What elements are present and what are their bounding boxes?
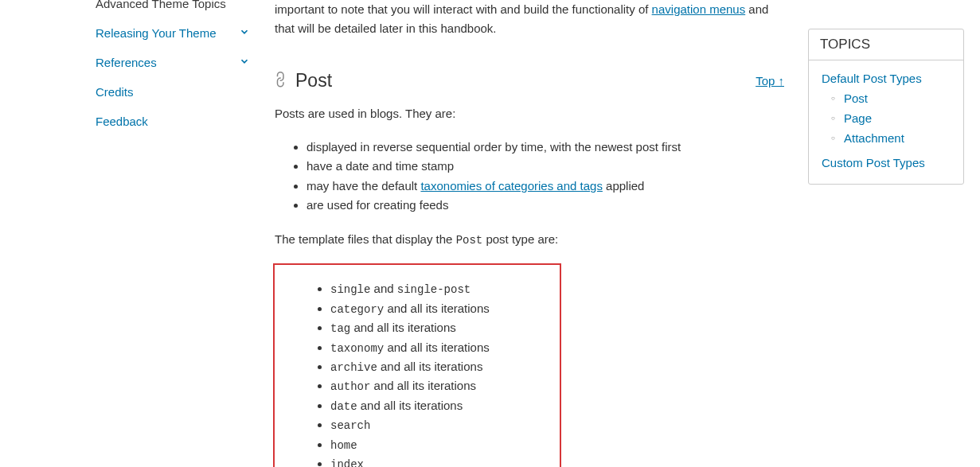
topics-list: Default Post Types Post Page Attachment … [809, 60, 963, 184]
main-content: important to note that you will interact… [275, 0, 796, 467]
list-text: applied [603, 179, 645, 193]
section-title: Post [295, 70, 332, 91]
list-item: home [330, 435, 550, 454]
sidebar-item-label: References [96, 56, 157, 69]
template-files-list: single and single-post category and all … [284, 279, 550, 467]
list-item: category and all its iterations [330, 299, 550, 318]
chevron-down-icon [239, 56, 250, 69]
topics-link-attachment[interactable]: Attachment [844, 131, 904, 145]
code-author: author [330, 380, 370, 393]
list-text: and all its iterations [377, 360, 483, 373]
sidebar-nav: Advanced Theme Topics Releasing Your The… [78, 0, 267, 136]
list-item: single and single-post [330, 279, 550, 298]
list-item: may have the default taxonomies of categ… [306, 177, 784, 195]
taxonomies-link[interactable]: taxonomies of categories and tags [420, 179, 602, 193]
list-text: may have the default [306, 179, 420, 193]
list-item: author and all its iterations [330, 376, 550, 395]
template-files-box: single and single-post category and all … [273, 263, 561, 467]
topics-sublist: Post Page Attachment [822, 85, 951, 150]
list-text: and [370, 282, 396, 295]
section-heading: Post [275, 70, 332, 91]
navigation-menus-link[interactable]: navigation menus [652, 2, 746, 16]
list-text: and all its iterations [384, 341, 490, 354]
sidebar-item-label: Feedback [96, 115, 148, 128]
intro-prefix: important to note that you will interact… [275, 2, 652, 16]
code-archive: archive [330, 361, 377, 374]
list-item: tag and all its iterations [330, 318, 550, 337]
topics-panel: TOPICS Default Post Types Post Page Atta… [808, 29, 964, 185]
code-category: category [330, 303, 384, 316]
code-date: date [330, 400, 357, 413]
sidebar-item-label: Advanced Theme Topics [96, 0, 226, 10]
code-taxonomy: taxonomy [330, 342, 384, 355]
code-search: search [330, 419, 370, 432]
code-single-post: single-post [397, 283, 470, 296]
topics-subitem: Post [831, 88, 951, 108]
topics-link-page[interactable]: Page [844, 111, 872, 125]
code-single: single [330, 283, 370, 296]
list-item: index [330, 454, 550, 467]
sidebar-item-releasing[interactable]: Releasing Your Theme [78, 18, 267, 48]
sidebar-item-label: Releasing Your Theme [96, 26, 217, 40]
code-tag: tag [330, 322, 350, 335]
link-icon[interactable] [271, 69, 294, 92]
topics-link-default-post-types[interactable]: Default Post Types [822, 72, 922, 85]
sidebar-item-advanced[interactable]: Advanced Theme Topics [78, 0, 267, 18]
posts-intro: Posts are used in blogs. They are: [275, 104, 784, 123]
code-home: home [330, 439, 357, 452]
chevron-down-icon [239, 26, 250, 40]
sidebar-item-label: Credits [96, 85, 134, 99]
list-item: date and all its iterations [330, 396, 550, 415]
topics-link-post[interactable]: Post [844, 91, 868, 105]
post-code: Post [456, 234, 483, 247]
sidebar-item-feedback[interactable]: Feedback [78, 107, 267, 136]
templates-intro-prefix: The template files that display the [275, 232, 456, 246]
list-text: and all its iterations [350, 321, 456, 334]
topics-item: Custom Post Types [809, 153, 963, 173]
list-item: archive and all its iterations [330, 357, 550, 376]
list-item: search [330, 415, 550, 434]
section-heading-row: Post Top ↑ [275, 70, 784, 91]
list-item: displayed in reverse sequential order by… [306, 138, 784, 156]
list-text: and all its iterations [357, 399, 463, 412]
sidebar-item-references[interactable]: References [78, 48, 267, 77]
topics-subitem: Attachment [831, 128, 951, 148]
top-link[interactable]: Top ↑ [755, 74, 784, 88]
list-item: are used for creating feeds [306, 196, 784, 214]
intro-paragraph: important to note that you will interact… [275, 0, 784, 38]
list-text: and all its iterations [384, 302, 490, 315]
list-item: taxonomy and all its iterations [330, 338, 550, 357]
sidebar-item-credits[interactable]: Credits [78, 77, 267, 107]
list-text: and all its iterations [370, 379, 476, 392]
templates-intro: The template files that display the Post… [275, 230, 784, 249]
topics-item: Default Post Types Post Page Attachment [809, 68, 963, 153]
topics-link-custom-post-types[interactable]: Custom Post Types [822, 156, 925, 169]
topics-subitem: Page [831, 108, 951, 128]
code-index: index [330, 458, 364, 467]
templates-intro-suffix: post type are: [482, 232, 558, 246]
list-item: have a date and time stamp [306, 157, 784, 175]
topics-header: TOPICS [809, 29, 963, 60]
post-properties-list: displayed in reverse sequential order by… [275, 138, 784, 214]
